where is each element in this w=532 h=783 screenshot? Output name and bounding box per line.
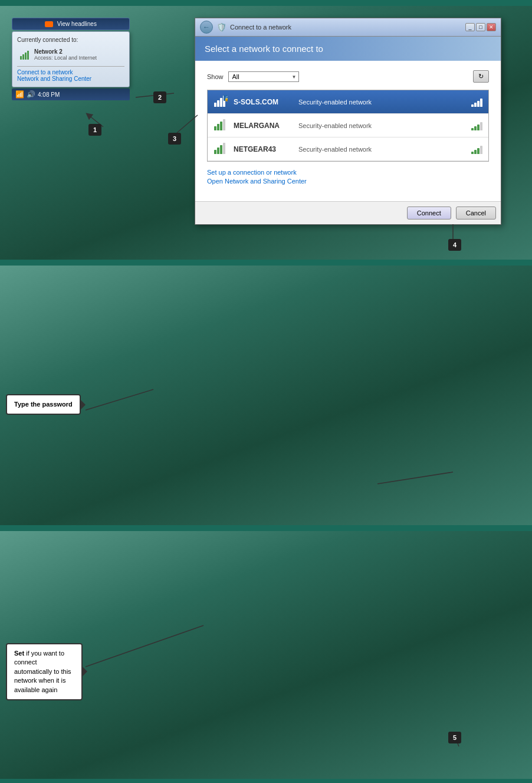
- signal-bars-2: [471, 121, 482, 130]
- network-row-3[interactable]: NETGEAR43 Security-enabled network: [208, 137, 488, 161]
- svg-rect-5: [217, 100, 219, 107]
- signal-bars-3: [471, 145, 482, 154]
- svg-rect-11: [217, 124, 219, 130]
- maximize-btn[interactable]: □: [476, 23, 485, 31]
- connect-to-network-link[interactable]: Connect to a network: [17, 69, 124, 76]
- step-label-4: 4: [448, 239, 461, 251]
- clock: 4:08 PM: [38, 91, 60, 98]
- net-icon-1: 🔒: [214, 95, 228, 109]
- connected-label: Currently connected to:: [17, 37, 124, 43]
- svg-rect-17: [223, 143, 225, 154]
- net-type-2: Security-enabled network: [298, 122, 465, 129]
- callout-password-text: Type the password: [14, 401, 73, 408]
- section1: View headlines Currently connected to: N…: [0, 6, 532, 260]
- wifi-signal-icon: [19, 50, 31, 60]
- net-type-1: Security-enabled network: [298, 99, 465, 106]
- taskbar-bar: View headlines: [12, 18, 130, 30]
- network-list: 🔒 S-SOLS.COM Security-enabled network: [207, 90, 489, 162]
- taskbar-network-access: Access: Local and Internet: [34, 55, 97, 61]
- net-icon-3: [214, 142, 228, 156]
- show-row: Show All ↻: [207, 70, 489, 83]
- dialog1-title-left: ← 🛡️ Connect to a network: [200, 21, 291, 34]
- step-label-2: 2: [153, 91, 166, 103]
- refresh-btn[interactable]: ↻: [473, 70, 489, 83]
- svg-rect-13: [223, 119, 225, 130]
- svg-rect-0: [20, 56, 22, 60]
- svg-text:🔒: 🔒: [224, 96, 228, 101]
- speaker-icon: 🔊: [27, 90, 35, 99]
- sharing-center-link[interactable]: Network and Sharing Center: [17, 76, 124, 82]
- step-label-3: 3: [168, 133, 181, 145]
- show-select-wrapper: All: [228, 71, 299, 82]
- network-popup: Currently connected to: Network 2 Access…: [12, 31, 130, 87]
- dialog1-connect-btn[interactable]: Connect: [407, 207, 451, 219]
- svg-rect-1: [22, 54, 24, 60]
- dialog1-links: Set up a connection or network Open Netw…: [207, 169, 489, 185]
- callout-autoconnect: Set if you want to connect automatically…: [6, 643, 83, 700]
- svg-rect-16: [220, 145, 222, 154]
- svg-rect-2: [25, 53, 27, 60]
- close-btn1[interactable]: ✕: [487, 23, 496, 31]
- dialog1-title-text: Connect to a network: [230, 24, 291, 31]
- dialog1-cancel-btn[interactable]: Cancel: [456, 207, 496, 219]
- taskbar-network-info: Network 2 Access: Local and Internet: [34, 48, 97, 61]
- svg-rect-15: [217, 148, 219, 154]
- svg-rect-4: [214, 103, 216, 107]
- net-name-2: MELARGANA: [234, 122, 293, 130]
- network-item: Network 2 Access: Local and Internet: [17, 47, 124, 63]
- svg-rect-3: [27, 51, 29, 60]
- dialog1-heading: Select a network to connect to: [205, 44, 491, 54]
- taskbar-links: Connect to a network Network and Sharing…: [17, 66, 124, 82]
- svg-rect-10: [214, 126, 216, 130]
- dialog1-titlebar: ← 🛡️ Connect to a network _ □ ✕: [195, 18, 501, 37]
- dialog1-footer: Connect Cancel: [195, 201, 501, 224]
- taskbar-area: View headlines Currently connected to: N…: [12, 18, 130, 100]
- titlebar-buttons: _ □ ✕: [465, 23, 496, 31]
- orange-icon: [45, 21, 53, 27]
- step-label-5: 5: [448, 732, 461, 743]
- svg-rect-6: [220, 98, 222, 107]
- dialog1-back-btn[interactable]: ←: [200, 21, 213, 34]
- network-row-1[interactable]: 🔒 S-SOLS.COM Security-enabled network: [208, 90, 488, 114]
- view-headlines-label: View headlines: [57, 21, 97, 27]
- minimize-btn[interactable]: _: [465, 23, 475, 31]
- callout-autoconnect-text: Set if you want to connect automatically…: [14, 650, 71, 693]
- show-label: Show: [207, 73, 224, 80]
- net-type-3: Security-enabled network: [298, 146, 465, 153]
- network-row-2[interactable]: MELARGANA Security-enabled network: [208, 114, 488, 137]
- dialog1-header: Select a network to connect to: [195, 37, 501, 61]
- dialog1-content: Select a network to connect to Show All …: [195, 37, 501, 201]
- svg-rect-12: [220, 122, 222, 130]
- net-icon-2: [214, 119, 228, 132]
- network-icon-small: 📶: [15, 90, 24, 99]
- svg-rect-14: [214, 150, 216, 154]
- callout-password: Type the password: [6, 394, 81, 415]
- signal-bars-1: [471, 97, 482, 107]
- taskbar-network-name: Network 2: [34, 48, 97, 55]
- setup-connection-link[interactable]: Set up a connection or network: [207, 169, 489, 176]
- show-select[interactable]: All: [228, 71, 299, 82]
- net-name-3: NETGEAR43: [234, 145, 293, 153]
- shield-icon: 🛡️: [216, 22, 226, 32]
- open-sharing-center-link[interactable]: Open Network and Sharing Center: [207, 178, 489, 185]
- step-label-1: 1: [88, 124, 101, 136]
- net-name-1: S-SOLS.COM: [234, 98, 293, 106]
- dialog1: ← 🛡️ Connect to a network _ □ ✕ Select a…: [195, 18, 501, 225]
- taskbar-icons-bar: 📶 🔊 4:08 PM: [12, 89, 130, 100]
